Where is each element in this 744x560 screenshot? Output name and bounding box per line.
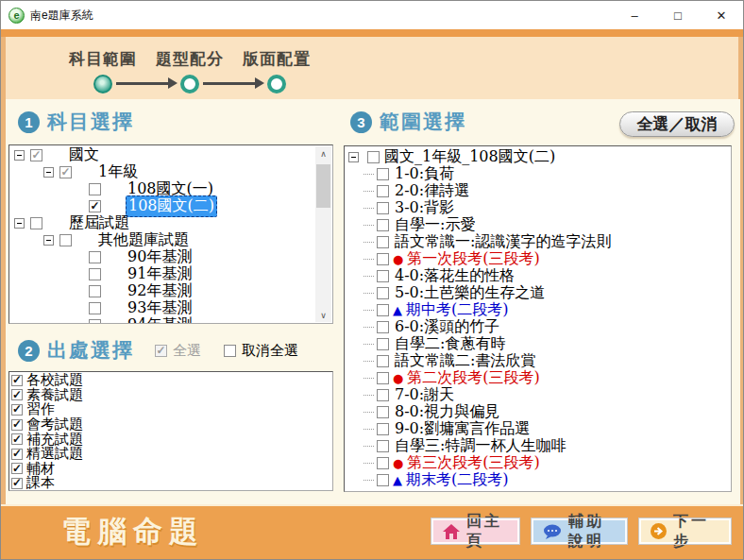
tree-root-item[interactable]: 國文_1年級_108國文(二) xyxy=(345,148,731,165)
checkbox[interactable] xyxy=(224,345,236,357)
tree-item[interactable]: ▲期中考(二段考) xyxy=(345,301,731,318)
checkbox[interactable] xyxy=(30,217,42,229)
checkbox[interactable] xyxy=(377,185,389,197)
next-step-button[interactable]: 下一步 xyxy=(639,518,731,544)
tree-expander-icon[interactable] xyxy=(43,167,54,178)
checkbox[interactable] xyxy=(89,302,101,314)
tree-expander-icon[interactable] xyxy=(348,152,359,162)
tree-item[interactable]: 國文 xyxy=(9,146,332,163)
maximize-button[interactable]: □ xyxy=(656,1,700,29)
tree-item[interactable]: 語文常識一:認識漢字的造字法則 xyxy=(345,233,731,250)
tree-item[interactable]: 2-0:律詩選 xyxy=(345,182,731,199)
tree-item[interactable]: 93年基測 xyxy=(9,299,332,316)
list-item[interactable]: 素養試題 xyxy=(9,388,332,403)
checkbox[interactable] xyxy=(89,183,101,195)
checkbox[interactable] xyxy=(11,419,23,431)
help-button[interactable]: 輔助說明 xyxy=(532,518,627,544)
tree-item[interactable]: 5-0:土芭樂的生存之道 xyxy=(345,284,731,301)
checkbox[interactable] xyxy=(377,202,389,214)
checkbox[interactable] xyxy=(89,319,101,325)
scrollbar-thumb[interactable] xyxy=(316,164,330,208)
tree-item[interactable]: ●第三次段考(三段考) xyxy=(345,454,731,471)
subject-tree-scrollbar[interactable]: ∧ ∨ xyxy=(315,146,331,322)
tree-item[interactable]: ▲期末考(二段考) xyxy=(345,471,731,488)
tree-item[interactable]: 90年基測 xyxy=(9,248,332,265)
tree-item[interactable]: 自學二:食蔥有時 xyxy=(345,335,731,352)
select-all-checkbox[interactable]: 全選 xyxy=(155,342,201,360)
checkbox[interactable] xyxy=(30,149,42,161)
tree-item[interactable]: 歷屆試題 xyxy=(9,214,332,231)
brand-title: 電腦命題 xyxy=(61,512,205,552)
checkbox[interactable] xyxy=(377,236,389,248)
tree-item[interactable]: 1-0:負荷 xyxy=(345,165,731,182)
checkbox[interactable] xyxy=(11,433,23,445)
tree-item[interactable]: 94年基測 xyxy=(9,316,332,324)
checkbox[interactable] xyxy=(377,338,389,350)
list-item[interactable]: 課本 xyxy=(9,476,332,491)
checkbox[interactable] xyxy=(11,463,23,474)
checkbox[interactable] xyxy=(377,355,389,367)
checkbox[interactable] xyxy=(377,219,389,231)
tree-item[interactable]: 4-0:落花生的性格 xyxy=(345,267,731,284)
tree-item[interactable]: 1年級 xyxy=(9,163,332,180)
checkbox[interactable] xyxy=(377,423,389,435)
select-all-toggle-button[interactable]: 全選／取消 xyxy=(619,111,735,137)
checkbox[interactable] xyxy=(11,389,23,400)
wizard-step-circle[interactable] xyxy=(267,75,286,93)
checkbox[interactable] xyxy=(377,440,389,452)
checkbox[interactable] xyxy=(377,168,389,180)
tree-item-label[interactable]: 108國文(二) xyxy=(126,195,217,217)
checkbox[interactable] xyxy=(377,287,389,299)
checkbox[interactable] xyxy=(89,268,101,280)
checkbox[interactable] xyxy=(59,234,72,246)
tree-expander-icon[interactable] xyxy=(14,150,25,161)
checkbox[interactable] xyxy=(377,406,389,418)
tree-item[interactable]: 其他題庫試題 xyxy=(9,231,332,248)
scroll-up-icon[interactable]: ∧ xyxy=(315,146,331,161)
checkbox[interactable] xyxy=(377,253,389,265)
tree-item[interactable]: 91年基測 xyxy=(9,265,332,282)
checkbox[interactable] xyxy=(59,166,72,178)
wizard-step-circle[interactable] xyxy=(180,75,199,93)
checkbox[interactable] xyxy=(377,372,389,384)
tree-item[interactable]: 9-0:劉墉寓言作品選 xyxy=(345,420,731,437)
checkbox[interactable] xyxy=(377,389,389,401)
tree-expander-icon[interactable] xyxy=(43,235,54,246)
checkbox[interactable] xyxy=(89,251,101,263)
tree-item[interactable]: 8-0:視力與偏見 xyxy=(345,403,731,420)
list-item[interactable]: 精選試題 xyxy=(9,447,332,462)
tree-item[interactable]: 92年基測 xyxy=(9,282,332,299)
checkbox[interactable] xyxy=(11,478,23,489)
checkbox[interactable] xyxy=(377,270,389,282)
tree-item-label[interactable]: 期末考(二段考) xyxy=(404,470,510,490)
tree-item[interactable]: 7-0:謝天 xyxy=(345,386,731,403)
tree-item[interactable]: 6-0:溪頭的竹子 xyxy=(345,318,731,335)
checkbox[interactable] xyxy=(377,474,389,486)
checkbox[interactable] xyxy=(155,345,167,357)
tree-item[interactable]: ●第一次段考(三段考) xyxy=(345,250,731,267)
wizard-step-circle[interactable] xyxy=(93,75,112,93)
tree-item[interactable]: 語文常識二:書法欣賞 xyxy=(345,352,731,369)
tree-item[interactable]: 自學三:特調一杯人生咖啡 xyxy=(345,437,731,454)
tree-item[interactable]: 108國文(二) xyxy=(9,197,332,214)
list-item[interactable]: 輔材 xyxy=(9,462,332,477)
close-button[interactable]: ✕ xyxy=(700,1,743,29)
checkbox[interactable] xyxy=(377,321,389,333)
checkbox[interactable] xyxy=(377,457,389,469)
tree-item-label[interactable]: 94年基測 xyxy=(126,315,194,325)
checkbox[interactable] xyxy=(367,151,380,163)
checkbox[interactable] xyxy=(11,375,23,386)
checkbox[interactable] xyxy=(377,304,389,316)
checkbox[interactable] xyxy=(11,404,23,416)
tree-item[interactable]: 3-0:背影 xyxy=(345,199,731,216)
deselect-all-checkbox[interactable]: 取消全選 xyxy=(224,342,298,360)
checkbox[interactable] xyxy=(89,200,101,212)
tree-item[interactable]: 自學一:示愛 xyxy=(345,216,731,233)
scroll-down-icon[interactable]: ∨ xyxy=(315,308,331,322)
checkbox[interactable] xyxy=(89,285,101,297)
home-button[interactable]: 回主頁 xyxy=(431,518,519,544)
minimize-button[interactable]: – xyxy=(613,1,656,29)
tree-item[interactable]: ●第二次段考(三段考) xyxy=(345,369,731,386)
tree-expander-icon[interactable] xyxy=(14,218,25,229)
checkbox[interactable] xyxy=(11,449,23,460)
